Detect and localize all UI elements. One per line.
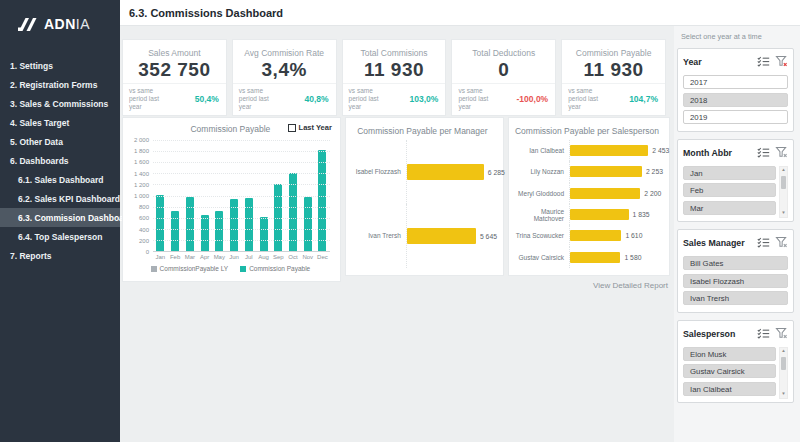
salesperson-column: Commission Payable per Salesperson Ian C… bbox=[508, 117, 670, 290]
multi-select-icon[interactable] bbox=[757, 144, 770, 162]
hbar-value-label: 2 453 bbox=[652, 147, 669, 154]
sidebar-item-2-registration-forms[interactable]: 2. Registration Forms bbox=[0, 75, 120, 94]
slicer-item-2017[interactable]: 2017 bbox=[683, 75, 788, 89]
gridline bbox=[153, 162, 330, 163]
scroll-track[interactable] bbox=[780, 356, 787, 391]
x-label-dec: Dec bbox=[315, 254, 330, 260]
slicer-item-elon-musk[interactable]: Elon Musk bbox=[683, 347, 776, 361]
bar-aug bbox=[260, 217, 268, 251]
x-label-jul: Jul bbox=[241, 254, 256, 260]
kpi-period-label: vs same period last year bbox=[129, 87, 173, 111]
page-title: 6.3. Commissions Dashboard bbox=[129, 7, 283, 19]
slicer-body: Bill GatesIsabel FlozzashIvan Trersh bbox=[683, 256, 788, 309]
clear-filter-icon[interactable] bbox=[775, 325, 788, 343]
clear-filter-icon[interactable] bbox=[775, 53, 788, 71]
last-year-checkbox[interactable]: Last Year bbox=[288, 123, 332, 132]
bar-nov bbox=[304, 197, 312, 251]
sidebar-item-5-other-data[interactable]: 5. Other Data bbox=[0, 132, 120, 151]
clear-filter-icon[interactable] bbox=[775, 234, 788, 252]
chart-legend: CommissionPayable LYCommission Payable bbox=[127, 265, 334, 272]
slicer-item-bill-gates[interactable]: Bill Gates bbox=[683, 256, 788, 270]
slicer-item-ivan-trersh[interactable]: Ivan Trersh bbox=[683, 291, 788, 305]
multi-select-icon[interactable] bbox=[757, 325, 770, 343]
slicer-salesperson: SalespersonElon MuskGustav CairsickIan C… bbox=[677, 320, 794, 404]
x-label-feb: Feb bbox=[168, 254, 183, 260]
monthly-plot-wrap: 2 0001 8001 6001 4001 2001 0008006004002… bbox=[127, 140, 334, 252]
bar-mar bbox=[186, 197, 194, 251]
scroll-thumb[interactable] bbox=[781, 176, 786, 189]
slicer-year: Year201720182019 bbox=[677, 48, 794, 132]
checkbox-box-icon[interactable] bbox=[288, 124, 296, 132]
scrollbar[interactable]: ▲▼ bbox=[779, 166, 788, 219]
hbar-track: 5 645 bbox=[406, 204, 495, 268]
slicer-item-ian-clalbeat[interactable]: Ian Clalbeat bbox=[683, 382, 776, 396]
kpi-card-total-deductions: Total Deductions0vs same period last yea… bbox=[451, 39, 556, 116]
scroll-up-icon[interactable]: ▲ bbox=[780, 167, 787, 175]
scroll-up-icon[interactable]: ▲ bbox=[780, 348, 787, 356]
slicer-items: Elon MuskGustav CairsickIan Clalbeat bbox=[683, 347, 776, 400]
slicers-container: Year201720182019Month AbbrJanFebMar▲▼Sal… bbox=[677, 48, 794, 403]
scroll-track[interactable] bbox=[780, 175, 787, 210]
slicer-item-gustav-cairsick[interactable]: Gustav Cairsick bbox=[683, 364, 776, 378]
hbar-value-label: 2 200 bbox=[644, 190, 661, 197]
hbar-track: 1 610 bbox=[569, 225, 661, 246]
slicer-item-jan[interactable]: Jan bbox=[683, 166, 776, 180]
chart-title-manager: Commission Payable per Manager bbox=[350, 126, 495, 136]
y-tick-label: 400 bbox=[139, 227, 149, 233]
hbar-track: 1 580 bbox=[569, 247, 661, 268]
scroll-down-icon[interactable]: ▼ bbox=[780, 390, 787, 398]
hbar-value-label: 1 610 bbox=[625, 232, 642, 239]
dashboard-main: Sales Amount352 750vs same period last y… bbox=[120, 26, 674, 442]
y-tick-label: 2 000 bbox=[134, 137, 149, 143]
slicer-item-2018[interactable]: 2018 bbox=[683, 93, 788, 107]
adnia-logo: ADNIA bbox=[0, 10, 120, 38]
kpi-footer: vs same period last year40,8% bbox=[233, 83, 336, 115]
slicer-month-abbr: Month AbbrJanFebMar▲▼ bbox=[677, 139, 794, 223]
y-tick-label: 1 600 bbox=[134, 159, 149, 165]
gridline bbox=[153, 173, 330, 174]
hbar-category-label: Ian Clalbeat bbox=[513, 147, 569, 154]
sidebar-item-6-1-sales-dashboard[interactable]: 6.1. Sales Dashboard bbox=[0, 170, 120, 189]
kpi-title: Sales Amount bbox=[123, 40, 226, 58]
scrollbar[interactable]: ▲▼ bbox=[779, 347, 788, 400]
slicer-item-mar[interactable]: Mar bbox=[683, 201, 776, 215]
multi-select-icon[interactable] bbox=[757, 53, 770, 71]
sidebar-item-3-sales-commissions[interactable]: 3. Sales & Commissions bbox=[0, 94, 120, 113]
slicer-body: JanFebMar▲▼ bbox=[683, 166, 788, 219]
sidebar-item-6-4-top-salesperson[interactable]: 6.4. Top Salesperson bbox=[0, 227, 120, 246]
slicer-header: Sales Manager bbox=[683, 234, 788, 252]
view-detailed-report-link[interactable]: View Detailed Report bbox=[593, 281, 668, 290]
slicer-item-isabel-flozzash[interactable]: Isabel Flozzash bbox=[683, 274, 788, 288]
kpi-footer: vs same period last year104,7% bbox=[562, 83, 665, 115]
slicer-title: Month Abbr bbox=[683, 148, 732, 158]
sidebar-item-4-sales-target[interactable]: 4. Sales Target bbox=[0, 113, 120, 132]
hbar-value-label: 6 285 bbox=[488, 169, 505, 176]
sidebar-item-7-reports[interactable]: 7. Reports bbox=[0, 246, 120, 265]
kpi-title: Commision Payable bbox=[562, 40, 665, 58]
scroll-down-icon[interactable]: ▼ bbox=[780, 209, 787, 217]
hbar-track: 2 453 bbox=[569, 140, 661, 161]
slicer-icons bbox=[757, 325, 788, 343]
hbar-track: 1 835 bbox=[569, 204, 661, 225]
sidebar-item-6-3-commission-dashboard[interactable]: 6.3. Commission Dashboard bbox=[0, 208, 120, 227]
hbar-category-label: Lily Nozzan bbox=[513, 168, 569, 175]
slicer-item-2019[interactable]: 2019 bbox=[683, 110, 788, 124]
hbar-value-label: 1 835 bbox=[633, 211, 650, 218]
slicer-item-feb[interactable]: Feb bbox=[683, 183, 776, 197]
adnia-logo-icon bbox=[17, 17, 39, 32]
slicer-title: Year bbox=[683, 57, 702, 67]
scroll-thumb[interactable] bbox=[781, 357, 786, 370]
hbar-gustav-cairsick bbox=[570, 252, 620, 263]
legend-label: CommissionPayable LY bbox=[160, 265, 229, 272]
sidebar-item-1-settings[interactable]: 1. Settings bbox=[0, 56, 120, 75]
slicer-items: JanFebMar bbox=[683, 166, 776, 219]
sidebar-item-6-dashboards[interactable]: 6. Dashboards bbox=[0, 151, 120, 170]
multi-select-icon[interactable] bbox=[757, 234, 770, 252]
hbar-category-label: Ivan Trersh bbox=[350, 232, 406, 239]
sidebar-item-6-2-sales-kpi-dashboard[interactable]: 6.2. Sales KPI Dashboard bbox=[0, 189, 120, 208]
salesperson-chart-card: Commission Payable per Salesperson Ian C… bbox=[508, 117, 670, 276]
plot-area bbox=[153, 140, 330, 252]
hbar-row-ivan-trersh: Ivan Trersh5 645 bbox=[350, 204, 495, 268]
x-label-oct: Oct bbox=[286, 254, 301, 260]
clear-filter-icon[interactable] bbox=[775, 144, 788, 162]
